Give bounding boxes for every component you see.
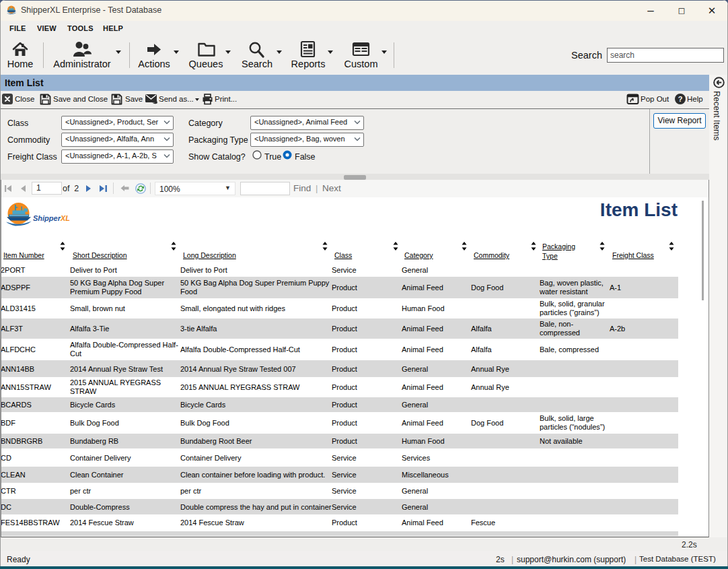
svg-text:XL: XL bbox=[60, 214, 70, 222]
svg-text:Shipper: Shipper bbox=[33, 214, 61, 222]
svg-text:?: ? bbox=[678, 95, 683, 103]
